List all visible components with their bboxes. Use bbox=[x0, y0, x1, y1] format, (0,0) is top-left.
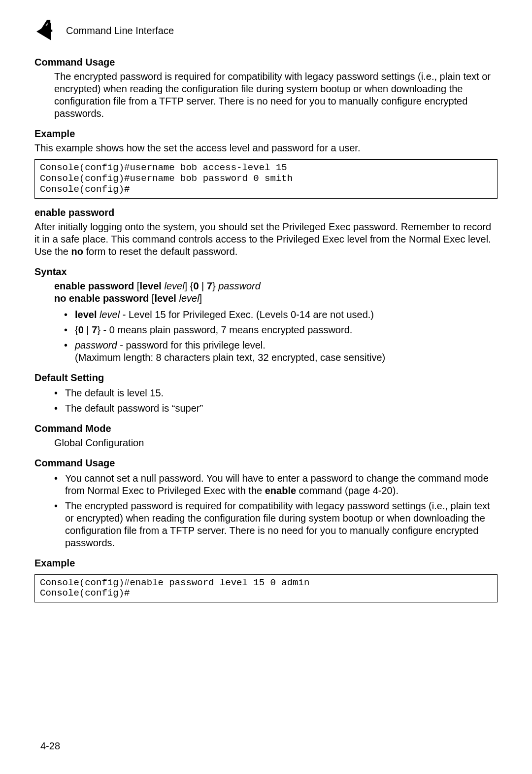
text: form to reset the default password. bbox=[83, 246, 238, 257]
syntax-bullet-password: password - password for this privilege l… bbox=[64, 339, 498, 364]
heading-example-1: Example bbox=[34, 128, 498, 140]
kw: enable bbox=[265, 485, 296, 496]
page: 4 Command Line Interface Command Usage T… bbox=[0, 0, 532, 774]
example-2-code: Console(config)#enable password level 15… bbox=[34, 574, 498, 603]
t: - Level 15 for Privileged Exec. (Levels … bbox=[120, 309, 374, 320]
heading-default-setting: Default Setting bbox=[34, 372, 498, 384]
heading-example-2: Example bbox=[34, 557, 498, 569]
heading-command-usage: Command Usage bbox=[34, 56, 498, 69]
t: } bbox=[97, 324, 100, 335]
usage2-bullet-1: You cannot set a null password. You will… bbox=[54, 472, 498, 497]
kw: 7 bbox=[207, 281, 212, 291]
t: - password for this privilege level. bbox=[117, 340, 266, 351]
command-mode-text: Global Configuration bbox=[54, 437, 498, 449]
t: (Maximum length: 8 characters plain text… bbox=[75, 352, 385, 363]
t: [ bbox=[134, 281, 139, 291]
syntax-line-1: enable password [level level] {0 | 7} pa… bbox=[54, 280, 498, 292]
t: ] bbox=[200, 293, 202, 304]
t: ] { bbox=[185, 281, 194, 291]
kw: 0 bbox=[78, 324, 84, 335]
heading-command-usage-2: Command Usage bbox=[34, 457, 498, 469]
chapter-arrow-icon: 4 bbox=[37, 20, 59, 41]
t: | bbox=[84, 324, 92, 335]
chapter-title: Command Line Interface bbox=[66, 25, 174, 37]
page-number: 4-28 bbox=[40, 740, 60, 752]
kw: level bbox=[139, 281, 161, 291]
kw: level bbox=[154, 293, 176, 304]
arg: level bbox=[100, 309, 120, 320]
default-bullets: The default is level 15. The default pas… bbox=[34, 387, 498, 415]
page-header: 4 Command Line Interface bbox=[34, 20, 498, 41]
t: | bbox=[199, 281, 207, 291]
t: [ bbox=[149, 293, 154, 304]
syntax-lines: enable password [level level] {0 | 7} pa… bbox=[54, 280, 498, 305]
syntax-line-2: no enable password [level level] bbox=[54, 292, 498, 305]
usage2-bullet-2: The encrypted password is required for c… bbox=[54, 500, 498, 549]
t: - 0 means plain password, 7 means encryp… bbox=[100, 324, 352, 335]
syntax-bullets: level level - Level 15 for Privileged Ex… bbox=[34, 309, 498, 364]
default-bullet-2: The default password is “super” bbox=[54, 402, 498, 415]
t: command (page 4-20). bbox=[296, 485, 399, 496]
example-1-code: Console(config)#username bob access-leve… bbox=[34, 159, 498, 199]
syntax-bullet-level: level level - Level 15 for Privileged Ex… bbox=[64, 309, 498, 321]
arg: level bbox=[179, 293, 199, 304]
kw: level bbox=[75, 309, 97, 320]
syntax-bullet-07: {0 | 7} - 0 means plain password, 7 mean… bbox=[64, 324, 498, 336]
command-usage-2-bullets: You cannot set a null password. You will… bbox=[34, 472, 498, 549]
arg: password bbox=[218, 281, 261, 291]
heading-syntax: Syntax bbox=[34, 266, 498, 278]
enable-password-para: After initially logging onto the system,… bbox=[34, 221, 498, 258]
t: } bbox=[212, 281, 218, 291]
heading-command-mode: Command Mode bbox=[34, 422, 498, 435]
command-usage-para: The encrypted password is required for c… bbox=[54, 70, 498, 120]
example-1-intro: This example shows how the set the acces… bbox=[34, 142, 498, 154]
arg: password bbox=[75, 340, 117, 351]
kw: no enable password bbox=[54, 293, 149, 304]
arg: level bbox=[164, 281, 184, 291]
chapter-number: 4 bbox=[40, 17, 52, 38]
keyword-no: no bbox=[71, 246, 83, 257]
default-bullet-1: The default is level 15. bbox=[54, 387, 498, 399]
t: { bbox=[75, 324, 78, 335]
kw: 0 bbox=[193, 281, 199, 291]
kw: enable password bbox=[54, 281, 134, 291]
kw: 7 bbox=[92, 324, 97, 335]
heading-enable-password: enable password bbox=[34, 207, 498, 219]
